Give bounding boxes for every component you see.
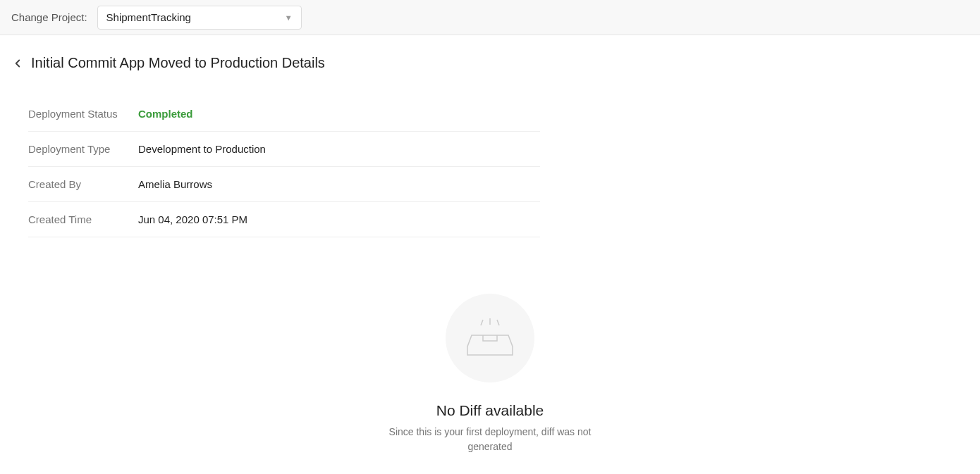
- svg-line-0: [481, 320, 483, 325]
- detail-label-created-by: Created By: [28, 178, 138, 190]
- detail-value-status: Completed: [138, 108, 193, 120]
- detail-label-created-time: Created Time: [28, 213, 138, 225]
- change-project-label: Change Project:: [11, 11, 87, 23]
- inbox-empty-icon: [446, 294, 534, 382]
- details-block: Deployment Status Completed Deployment T…: [11, 96, 540, 237]
- detail-row-created-by: Created By Amelia Burrows: [28, 167, 540, 202]
- topbar: Change Project: ShipmentTracking ▼: [0, 0, 980, 35]
- project-select[interactable]: ShipmentTracking ▼: [97, 6, 302, 30]
- back-icon[interactable]: [11, 57, 24, 70]
- detail-label-status: Deployment Status: [28, 108, 138, 120]
- empty-state: No Diff available Since this is your fir…: [11, 294, 969, 454]
- detail-value-type: Development to Production: [138, 143, 266, 155]
- empty-state-title: No Diff available: [11, 402, 969, 419]
- detail-row-status: Deployment Status Completed: [28, 96, 540, 132]
- chevron-down-icon: ▼: [285, 13, 293, 22]
- page-title: Initial Commit App Moved to Production D…: [31, 55, 325, 71]
- detail-value-created-time: Jun 04, 2020 07:51 PM: [138, 213, 247, 225]
- detail-value-created-by: Amelia Burrows: [138, 178, 212, 190]
- project-select-value: ShipmentTracking: [106, 11, 191, 23]
- svg-line-2: [497, 320, 499, 325]
- detail-row-type: Deployment Type Development to Productio…: [28, 132, 540, 167]
- detail-label-type: Deployment Type: [28, 143, 138, 155]
- page-header: Initial Commit App Moved to Production D…: [11, 55, 969, 71]
- detail-row-created-time: Created Time Jun 04, 2020 07:51 PM: [28, 202, 540, 237]
- empty-state-description: Since this is your first deployment, dif…: [384, 425, 596, 454]
- content: Initial Commit App Moved to Production D…: [0, 35, 980, 474]
